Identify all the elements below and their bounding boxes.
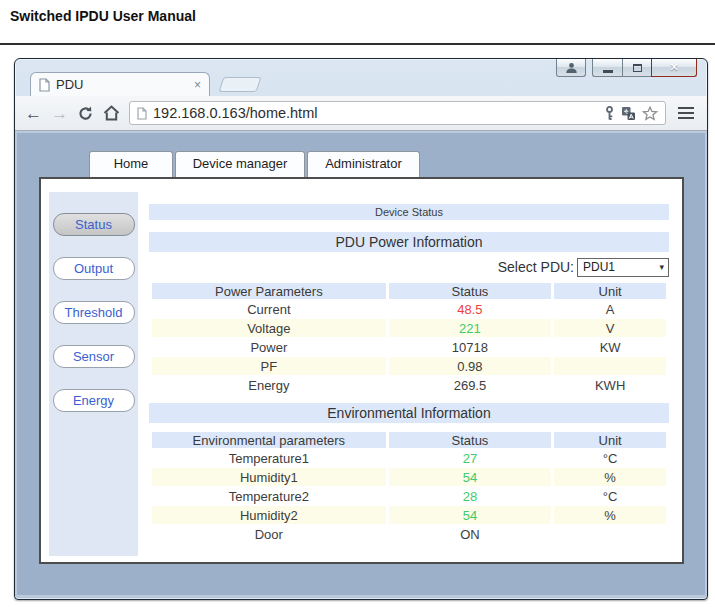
reload-icon bbox=[77, 105, 94, 122]
sidebar-button-threshold[interactable]: Threshold bbox=[53, 301, 135, 324]
home-icon bbox=[103, 105, 120, 121]
status-cell: 269.5 bbox=[389, 376, 552, 394]
param-cell: Humidity1 bbox=[152, 468, 386, 486]
window-controls: ✕ bbox=[556, 59, 697, 77]
titlebar: ✕ PDU × bbox=[15, 59, 707, 96]
reload-button[interactable] bbox=[77, 105, 94, 122]
table-row: Temperature2 28 °C bbox=[152, 487, 666, 505]
status-cell: 54 bbox=[389, 506, 552, 524]
status-cell: 54 bbox=[389, 468, 552, 486]
unit-cell: % bbox=[554, 468, 666, 486]
tab-home[interactable]: Home bbox=[89, 151, 173, 177]
browser-window: ✕ PDU × ← → bbox=[14, 58, 708, 600]
home-button[interactable] bbox=[103, 105, 120, 121]
menu-button[interactable] bbox=[675, 104, 697, 123]
power-info-header: PDU Power Information bbox=[149, 232, 669, 252]
divider bbox=[0, 43, 715, 45]
page-icon bbox=[39, 78, 50, 92]
back-button[interactable]: ← bbox=[25, 105, 42, 122]
column-header: Power Parameters bbox=[152, 283, 386, 299]
url-input[interactable] bbox=[153, 105, 598, 121]
page-nav-tabs: Home Device manager Administrator bbox=[89, 151, 420, 177]
pdu-select[interactable]: PDU1 ▾ bbox=[577, 258, 669, 277]
param-cell: Energy bbox=[152, 376, 386, 394]
device-status-bar: Device Status bbox=[149, 204, 669, 220]
maximize-icon bbox=[633, 64, 642, 72]
unit-cell: V bbox=[554, 319, 666, 337]
chevron-down-icon: ▾ bbox=[659, 262, 664, 272]
new-tab-button[interactable] bbox=[219, 77, 262, 92]
table-row: Current 48.5 A bbox=[152, 300, 666, 318]
status-cell: 28 bbox=[389, 487, 552, 505]
maximize-button[interactable] bbox=[622, 59, 651, 77]
param-cell: Power bbox=[152, 338, 386, 356]
status-cell: 27 bbox=[389, 449, 552, 467]
unit-cell bbox=[554, 525, 666, 543]
minimize-icon bbox=[603, 70, 613, 73]
column-header: Environmental parameters bbox=[152, 432, 386, 448]
omnibox[interactable] bbox=[129, 101, 666, 125]
param-cell: PF bbox=[152, 357, 386, 375]
status-cell: ON bbox=[389, 525, 552, 543]
browser-tab[interactable]: PDU × bbox=[30, 72, 210, 96]
key-icon[interactable] bbox=[604, 106, 615, 121]
power-table: Power Parameters Status Unit Current 48.… bbox=[149, 282, 669, 395]
translate-icon[interactable] bbox=[621, 106, 636, 121]
profile-button[interactable] bbox=[556, 59, 586, 77]
table-header-row: Environmental parameters Status Unit bbox=[152, 432, 666, 448]
param-cell: Voltage bbox=[152, 319, 386, 337]
unit-cell: °C bbox=[554, 449, 666, 467]
column-header: Unit bbox=[554, 432, 666, 448]
table-row: Energy 269.5 KWH bbox=[152, 376, 666, 394]
tab-device-manager[interactable]: Device manager bbox=[175, 151, 305, 177]
param-cell: Temperature2 bbox=[152, 487, 386, 505]
document-title: Switched IPDU User Manual bbox=[10, 8, 196, 24]
unit-cell: KW bbox=[554, 338, 666, 356]
param-cell: Current bbox=[152, 300, 386, 318]
table-row: Power 10718 KW bbox=[152, 338, 666, 356]
status-cell: 221 bbox=[389, 319, 552, 337]
sidebar-button-sensor[interactable]: Sensor bbox=[53, 345, 135, 368]
sidebar-button-status[interactable]: Status bbox=[53, 213, 135, 236]
select-pdu-row: Select PDU: PDU1 ▾ bbox=[149, 255, 669, 279]
hamburger-icon bbox=[678, 107, 694, 110]
environmental-info-header: Environmental Information bbox=[149, 403, 669, 423]
content-frame: Status Output Threshold Sensor Energy De… bbox=[39, 177, 684, 564]
bookmark-star-icon[interactable] bbox=[642, 106, 658, 121]
column-header: Unit bbox=[554, 283, 666, 299]
table-header-row: Power Parameters Status Unit bbox=[152, 283, 666, 299]
unit-cell: KWH bbox=[554, 376, 666, 394]
tab-title: PDU bbox=[56, 77, 188, 92]
param-cell: Temperature1 bbox=[152, 449, 386, 467]
column-header: Status bbox=[389, 283, 552, 299]
table-row: Humidity2 54 % bbox=[152, 506, 666, 524]
toolbar: ← → bbox=[15, 96, 707, 131]
pdu-select-value: PDU1 bbox=[583, 260, 615, 274]
sidebar: Status Output Threshold Sensor Energy bbox=[49, 192, 138, 556]
unit-cell: °C bbox=[554, 487, 666, 505]
close-icon: ✕ bbox=[669, 62, 678, 73]
close-button[interactable]: ✕ bbox=[651, 59, 697, 77]
table-row: Door ON bbox=[152, 525, 666, 543]
unit-cell: % bbox=[554, 506, 666, 524]
page-icon bbox=[137, 107, 147, 120]
status-cell: 48.5 bbox=[389, 300, 552, 318]
sidebar-button-output[interactable]: Output bbox=[53, 257, 135, 280]
tab-administrator[interactable]: Administrator bbox=[307, 151, 420, 177]
table-row: PF 0.98 bbox=[152, 357, 666, 375]
status-cell: 0.98 bbox=[389, 357, 552, 375]
status-cell: 10718 bbox=[389, 338, 552, 356]
person-icon bbox=[565, 62, 578, 74]
param-cell: Humidity2 bbox=[152, 506, 386, 524]
minimize-button[interactable] bbox=[592, 59, 622, 77]
tab-close-icon[interactable]: × bbox=[194, 79, 201, 91]
unit-cell: A bbox=[554, 300, 666, 318]
table-row: Humidity1 54 % bbox=[152, 468, 666, 486]
table-row: Temperature1 27 °C bbox=[152, 449, 666, 467]
table-row: Voltage 221 V bbox=[152, 319, 666, 337]
sidebar-button-energy[interactable]: Energy bbox=[53, 389, 135, 412]
select-pdu-label: Select PDU: bbox=[498, 259, 574, 275]
forward-button[interactable]: → bbox=[51, 105, 68, 122]
main-panel: Device Status PDU Power Information Sele… bbox=[149, 204, 669, 544]
column-header: Status bbox=[389, 432, 552, 448]
